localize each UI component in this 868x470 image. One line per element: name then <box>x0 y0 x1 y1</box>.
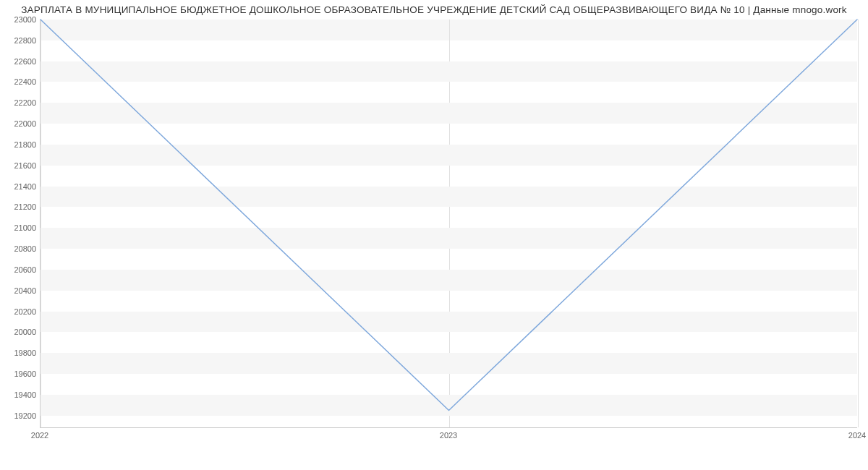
y-tick-label: 19400 <box>1 390 36 399</box>
y-tick-label: 19800 <box>1 349 36 357</box>
grid-line-vertical <box>858 20 859 427</box>
y-tick-label: 20200 <box>1 307 36 316</box>
y-tick-label: 20600 <box>1 265 36 274</box>
y-tick-label: 20000 <box>1 328 36 336</box>
series-line <box>41 20 857 411</box>
chart-title: ЗАРПЛАТА В МУНИЦИПАЛЬНОЕ БЮДЖЕТНОЕ ДОШКО… <box>0 4 868 15</box>
y-tick-label: 22600 <box>1 57 36 66</box>
y-tick-label: 22000 <box>1 119 36 128</box>
y-tick-label: 23000 <box>1 15 36 24</box>
y-tick-label: 22200 <box>1 98 36 107</box>
line-series <box>41 20 857 427</box>
y-tick-label: 19600 <box>1 369 36 378</box>
chart-container: ЗАРПЛАТА В МУНИЦИПАЛЬНОЕ БЮДЖЕТНОЕ ДОШКО… <box>0 0 868 470</box>
y-tick-label: 19200 <box>1 411 36 420</box>
x-tick-label: 2024 <box>848 431 866 440</box>
y-tick-label: 21800 <box>1 140 36 149</box>
y-tick-label: 21000 <box>1 223 36 232</box>
y-tick-label: 22400 <box>1 77 36 86</box>
y-tick-label: 20400 <box>1 286 36 295</box>
plot-area <box>40 20 857 428</box>
y-tick-label: 21600 <box>1 161 36 170</box>
x-tick-label: 2023 <box>440 431 457 440</box>
y-tick-label: 22800 <box>1 36 36 45</box>
x-tick-label: 2022 <box>31 431 48 440</box>
y-tick-label: 21400 <box>1 182 36 191</box>
y-tick-label: 20800 <box>1 244 36 253</box>
y-tick-label: 21200 <box>1 202 36 211</box>
